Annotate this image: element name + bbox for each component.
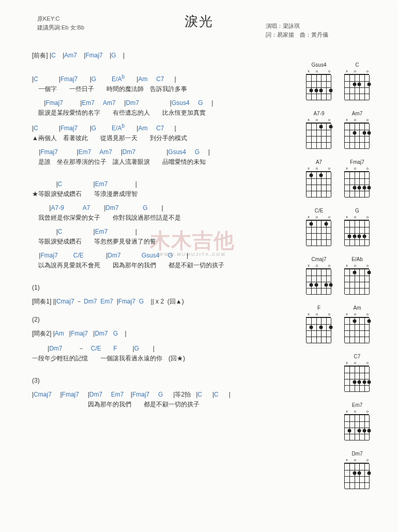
chord-diagram-label: C bbox=[343, 62, 371, 68]
chord-diagram-label: Em7 bbox=[343, 402, 371, 408]
chord-line: |C |Fmaj7 |G E/Ab |Am C7 | bbox=[32, 122, 311, 133]
meta-right: 演唱：梁詠琪 詞：易家揚 曲：黃丹儀 bbox=[266, 22, 328, 39]
lyric-line: 是誰 坐在那導演的位子 讓人流著眼淚 品嚐愛情的未知 bbox=[32, 157, 311, 166]
chord-diagram-label: C/E bbox=[305, 208, 333, 214]
chord-diagram: Amxoo bbox=[343, 305, 371, 344]
chord-diagram-label: A7-9 bbox=[305, 111, 333, 117]
chord-diagram-label: Am bbox=[343, 305, 371, 311]
chord-diagram-label: Dm7 bbox=[343, 451, 371, 457]
interlude-1: [間奏1] ||Cmaj7 － Dm7 Em7 |Fmaj7 G || x 2 … bbox=[32, 297, 311, 306]
chord-diagram: C/Exoo bbox=[305, 208, 333, 247]
lyric-line: 我曾經是你深愛的女子 你對我說過那些話是不是 bbox=[32, 213, 311, 222]
suggested-key: 建議男調:Eb 女:Bb bbox=[37, 23, 84, 32]
chord-diagram: Fxoo bbox=[305, 305, 333, 344]
lyric-line: 眼淚是某段愛情的名字 有些遺忘的人 比永恆更加真實 bbox=[32, 108, 311, 117]
credits: 詞：易家揚 曲：黃丹儀 bbox=[266, 31, 328, 39]
performer: 演唱：梁詠琪 bbox=[266, 22, 328, 31]
chord-diagram: Em7xoo bbox=[343, 402, 371, 442]
chord-diagram-label: G bbox=[343, 208, 371, 214]
chord-diagram bbox=[305, 402, 333, 442]
interlude-2: [間奏2] |Am |Fmaj7 |Dm7 G | bbox=[32, 329, 311, 338]
sheet-body: [前奏] |C |Am7 |Fmaj7 |G | |C |Fmaj7 |G E/… bbox=[32, 51, 311, 414]
lyric-line: 一段年少輕狂的記憶 一個讓我看過永遠的你 (回★) bbox=[32, 354, 311, 363]
chord-line: |Fmaj7 |Em7 Am7 |Dm7 |Gsus4 G | bbox=[32, 98, 311, 108]
chord-line: |C |Fmaj7 |G E/Ab |Am C7 | bbox=[32, 73, 311, 84]
chord-diagram: Cmaj7xoo bbox=[305, 256, 333, 296]
chord-diagram-label: F bbox=[305, 305, 333, 311]
chord-diagram: C7xoo bbox=[343, 354, 371, 393]
chord-line: |C |Em7 | bbox=[32, 227, 311, 236]
chord-diagram bbox=[305, 354, 333, 393]
chord-diagram: Gxoo bbox=[343, 208, 371, 247]
chord-diagram: Dm7xoo bbox=[343, 451, 371, 490]
chord-line: |Dm7 － C/E F |G | bbox=[32, 344, 311, 353]
chord-diagram-label: Am7 bbox=[343, 111, 371, 117]
chord-diagram-label: Gsus4 bbox=[305, 62, 333, 68]
chord-diagram-label: E/Ab bbox=[343, 256, 371, 263]
lyric-line: ▲兩個人 看著彼此 從遇見那一天 到分手的模式 bbox=[32, 133, 311, 143]
chord-diagram: A7-9xoo bbox=[305, 111, 333, 150]
chord-line: |Cmaj7 |Fmaj7 |Dm7 Em7 |Fmaj7 G |等2拍 |C … bbox=[32, 390, 311, 399]
section-marker: (3) bbox=[32, 376, 311, 385]
chord-diagram-label: Cmaj7 bbox=[305, 256, 333, 263]
lyric-line: 以為說再見愛就不會死 因為那年的我們 都是不顧一切的孩子 bbox=[32, 261, 311, 270]
section-marker: (1) bbox=[32, 283, 311, 292]
chord-diagram-label: C7 bbox=[343, 354, 371, 360]
chord-diagram bbox=[305, 451, 333, 490]
lyric-line: 等眼淚變成鑽石 等忽然夢見發過了的誓 bbox=[32, 237, 311, 246]
section-marker: (2) bbox=[32, 315, 311, 324]
chord-line: |A7-9 A7 |Dm7 G | bbox=[32, 203, 311, 212]
lyric-line: ★等眼淚變成鑽石 等浪漫磨成理智 bbox=[32, 189, 311, 199]
meta-left: 原KEY:C 建議男調:Eb 女:Bb bbox=[37, 14, 84, 32]
chord-line: |C |Em7 | bbox=[32, 179, 311, 189]
lyric-line: 因為那年的我們 都是不顧一切的孩子 bbox=[32, 400, 311, 409]
chord-diagram-label: A7 bbox=[305, 159, 333, 165]
chord-diagram: Cxoo bbox=[343, 62, 371, 101]
chord-diagrams: Gsus4xooCxooA7-9xooAm7xooA7xooFmaj7xooC/… bbox=[305, 62, 371, 499]
chord-line: |Fmaj7 |Em7 Am7 |Dm7 |Gsus4 G | bbox=[32, 147, 311, 157]
lyric-line: 一個字 一些日子 時間的魔法師 告訴我許多事 bbox=[32, 84, 311, 94]
chord-diagram: E/Abxoo bbox=[343, 256, 371, 296]
chord-diagram: Fmaj7xoo bbox=[343, 159, 371, 199]
chord-line: |Fmaj7 C/E |Dm7 Gsus4 G | bbox=[32, 251, 311, 260]
chord-diagram: Gsus4xoo bbox=[305, 62, 333, 101]
chord-diagram: A7xoo bbox=[305, 159, 333, 199]
intro-line: [前奏] |C |Am7 |Fmaj7 |G | bbox=[32, 51, 311, 60]
original-key: 原KEY:C bbox=[37, 14, 84, 23]
chord-diagram: Am7xoo bbox=[343, 111, 371, 150]
chord-diagram-label: Fmaj7 bbox=[343, 159, 371, 165]
